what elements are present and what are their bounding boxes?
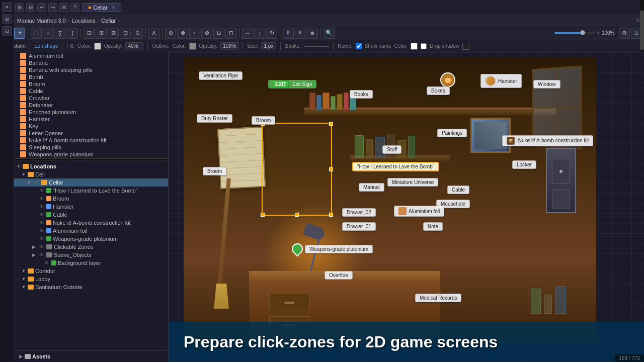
grid-small-tool[interactable]: ⠿ (283, 28, 294, 39)
list-item[interactable]: Enriched plutonium (14, 109, 168, 116)
list-item[interactable]: Nuke it! A-bomb construction kit (14, 137, 168, 144)
list-item[interactable]: Banana (14, 59, 168, 66)
drop-shadow-checkbox[interactable] (421, 43, 427, 49)
tree-node[interactable]: ▼ Cell (14, 170, 168, 178)
visibility-icon[interactable]: 👁 (38, 220, 45, 225)
visibility-icon[interactable]: 👁 (38, 196, 45, 201)
tree-node[interactable]: ▶ 👁 Scene_Objects (14, 251, 168, 259)
tree-node[interactable]: 👁 Nuke it! A-bomb construction kit (14, 219, 168, 227)
grid-large-tool[interactable]: ▦ (307, 28, 318, 39)
breadcrumb-project[interactable]: Maniac Manfred 3.0 (17, 18, 66, 24)
sum-tool[interactable]: ∑ (55, 28, 66, 39)
visibility-icon[interactable]: 👁 (43, 260, 50, 265)
open-icon[interactable]: ⊟ (26, 3, 35, 12)
tool-g[interactable]: ⊗ (177, 28, 188, 39)
zoom-slider[interactable] (554, 32, 595, 34)
tree-node[interactable]: 👁 "How I Learned to Love the Bomb" (14, 187, 168, 195)
text-tool[interactable]: A (148, 28, 159, 39)
list-item[interactable]: Detonator (14, 102, 168, 109)
tool-d[interactable]: ⊟ (120, 28, 131, 39)
undo-icon[interactable]: ↩ (37, 3, 46, 12)
expand-icon[interactable]: ▼ (21, 285, 26, 290)
tool-h[interactable]: ≈ (189, 28, 200, 39)
shadow-color-swatch[interactable] (462, 43, 469, 50)
tool-b[interactable]: ⊞ (96, 28, 107, 39)
fill-opacity-input[interactable] (125, 42, 143, 50)
tree-node[interactable]: ▶ 👁 Clickable Zones (14, 243, 168, 251)
transform-tool[interactable]: ✦ (14, 28, 25, 39)
assets-header[interactable]: ▶ Assets (16, 352, 166, 360)
expand-icon[interactable]: ▼ (21, 268, 26, 274)
breadcrumb-locations[interactable]: Locations (72, 18, 96, 24)
tool-i[interactable]: ⊘ (201, 28, 212, 39)
integrate-tool[interactable]: ∫ (67, 28, 78, 39)
tool-k[interactable]: ⊓ (225, 28, 236, 39)
edit-shape-label[interactable]: Edit shape (34, 43, 58, 49)
tree-node[interactable]: 👁 Broom (14, 195, 168, 203)
tree-node[interactable]: 👁 Background layer (14, 259, 168, 267)
tool-e[interactable]: ⊙ (132, 28, 143, 39)
expand-icon[interactable]: ▶ (31, 244, 36, 249)
locations-header[interactable]: ▼Locations (14, 162, 168, 170)
grid-med-tool[interactable]: ⣿ (295, 28, 306, 39)
list-item[interactable]: Bomb (14, 73, 168, 80)
expand-icon[interactable]: ▶ (31, 252, 36, 257)
list-item[interactable]: Banana with sleeping pills (14, 66, 168, 73)
list-item[interactable]: Cable (14, 87, 168, 95)
text-color-swatch[interactable] (411, 43, 418, 50)
tool-f[interactable]: ⊕ (165, 28, 176, 39)
rect-tool[interactable]: □ (31, 28, 42, 39)
active-tab[interactable]: ■ Cellar ✕ (83, 3, 121, 12)
list-item[interactable]: Weapons-grade plutonium (14, 151, 168, 158)
size-input[interactable] (261, 42, 276, 50)
visibility-icon[interactable]: 👁 (38, 244, 45, 249)
visibility-icon[interactable]: 👁 (38, 204, 45, 209)
circle-tool[interactable]: ○ (43, 28, 54, 39)
tool-a[interactable]: ⊡ (84, 28, 95, 39)
tool-j[interactable]: ⊔ (213, 28, 224, 39)
tree-node[interactable]: ▼ Corridor (14, 267, 168, 275)
tree-node[interactable]: ▼ 👁 Cellar (14, 178, 168, 187)
visibility-icon[interactable]: 👁 (38, 236, 45, 241)
list-item[interactable]: Aluminium foil (14, 52, 168, 59)
mail-icon[interactable]: ✉ (59, 3, 68, 12)
visibility-icon[interactable]: 👁 (38, 212, 45, 217)
visibility-icon[interactable]: 👁 (38, 252, 45, 257)
name-checkbox[interactable] (356, 43, 362, 49)
tree-node[interactable]: ▼ Sanitarium Outside (14, 283, 168, 291)
zoom-in-icon[interactable]: + (597, 30, 600, 36)
search-tool[interactable]: 🔍 (324, 28, 335, 39)
list-item[interactable]: Letter Opener (14, 130, 168, 137)
redo-icon[interactable]: ↪ (48, 3, 57, 12)
visibility-icon[interactable]: 👁 (33, 180, 40, 185)
zoom-out-icon[interactable]: − (549, 30, 552, 36)
outline-opacity-input[interactable] (220, 42, 238, 50)
breadcrumb-cellar[interactable]: Cellar (101, 18, 116, 24)
flip-h-tool[interactable]: ↔ (242, 28, 253, 39)
tree-node[interactable]: 👁 Hamster (14, 203, 168, 211)
list-item[interactable]: Key (14, 123, 168, 130)
flip-v-tool[interactable]: ↕ (254, 28, 265, 39)
tree-node[interactable]: 👁 Weapons-grade plutonium (14, 235, 168, 243)
help-icon[interactable]: ? (70, 3, 79, 12)
tree-node[interactable]: 👁 Aluminium foil (14, 227, 168, 235)
expand-icon[interactable]: ▼ (26, 180, 31, 185)
list-item[interactable]: Broom (14, 80, 168, 87)
list-item[interactable]: Crowbar (14, 95, 168, 102)
fill-color-swatch[interactable] (94, 43, 101, 50)
rotate-tool[interactable]: ↻ (266, 28, 277, 39)
tree-node[interactable]: 👁 Cable (14, 211, 168, 219)
outline-color-swatch[interactable] (189, 43, 196, 50)
sync-icon[interactable]: ↻ (636, 18, 640, 23)
tool-c[interactable]: ⊠ (108, 28, 119, 39)
list-item[interactable]: Hamster (14, 116, 168, 123)
visibility-icon[interactable]: 👁 (38, 228, 45, 233)
canvas-area[interactable]: Ventilation Pipe EXIT Exit Sign Books Bo… (169, 52, 644, 362)
settings-icon[interactable]: ⚙ (619, 28, 630, 39)
visibility-icon[interactable]: 👁 (38, 188, 45, 193)
new-icon[interactable]: ⊞ (15, 3, 24, 12)
list-item[interactable]: Sleeping pills (14, 144, 168, 151)
expand-icon[interactable]: ▼ (21, 172, 26, 177)
tree-node[interactable]: ▼ Lobby (14, 275, 168, 283)
expand-icon[interactable]: ▼ (21, 277, 26, 282)
